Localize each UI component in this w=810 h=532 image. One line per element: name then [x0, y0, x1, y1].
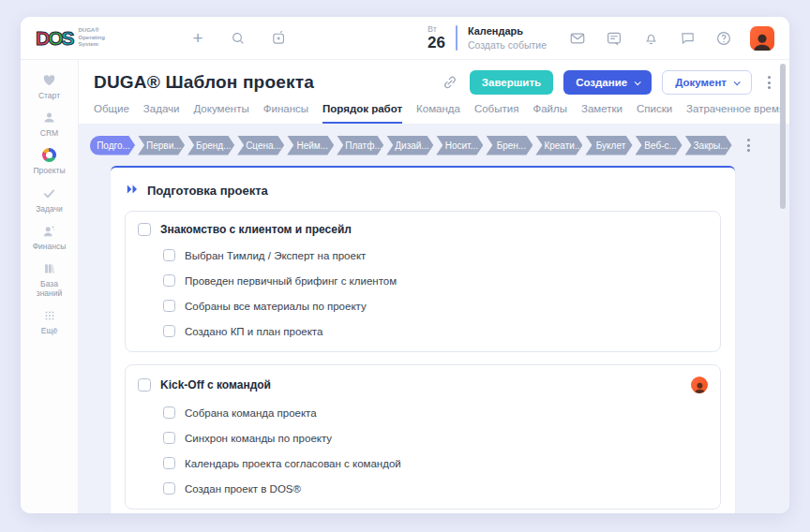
- search-icon[interactable]: [230, 30, 247, 47]
- header-kebab-menu[interactable]: [762, 72, 776, 93]
- sidebar-item-start[interactable]: Старт: [21, 72, 78, 100]
- item-checkbox[interactable]: [163, 249, 175, 261]
- app-window: DOS DUGA® Operating System + Вт 26 Кален…: [21, 17, 789, 513]
- tab-bar: Общие Задачи Документы Финансы Порядок р…: [94, 103, 776, 124]
- stage-chip[interactable]: Нейм...: [287, 136, 334, 155]
- stage-chip[interactable]: Бренд...: [188, 136, 234, 155]
- item-checkbox[interactable]: [163, 457, 175, 469]
- stage-chip[interactable]: Брен...: [486, 136, 532, 155]
- item-checkbox[interactable]: [163, 482, 175, 495]
- topbar: DOS DUGA® Operating System + Вт 26 Кален…: [21, 17, 789, 60]
- stage-chip[interactable]: Веб-с...: [636, 136, 682, 155]
- header-actions: Завершить Создание Документ: [441, 70, 776, 95]
- bell-icon[interactable]: [642, 30, 659, 47]
- notes-icon[interactable]: [606, 30, 622, 47]
- stage-bar: Подго... Перви... Бренд... Сцена... Нейм…: [90, 135, 789, 155]
- checklist-item: Синхрон команды по проекту: [163, 432, 708, 444]
- stage-kebab-menu[interactable]: [742, 135, 756, 155]
- workflow-content: Подго... Перви... Бренд... Сцена... Нейм…: [79, 124, 789, 513]
- colorful-donut-icon: [42, 147, 56, 163]
- dots-grid-icon: [43, 307, 56, 323]
- calendar-divider: [456, 25, 458, 51]
- calendar-create-event: Создать событие: [468, 40, 547, 51]
- page-title: DUGA® Шаблон проекта: [94, 72, 441, 93]
- tab-files[interactable]: Файлы: [532, 103, 567, 124]
- checklist-item: Собрана команда проекта: [163, 406, 708, 419]
- stage-title: Подготовка проекта: [147, 184, 268, 198]
- stage-chip[interactable]: Буклет: [585, 136, 632, 155]
- app-body: Старт CRM Проекты Задачи: [21, 60, 789, 513]
- tab-finance[interactable]: Финансы: [263, 103, 308, 124]
- plus-icon[interactable]: +: [189, 30, 206, 47]
- tab-tasks[interactable]: Задачи: [143, 103, 180, 124]
- item-checkbox[interactable]: [163, 406, 175, 419]
- date-widget[interactable]: Вт 26: [428, 25, 445, 51]
- app-logo[interactable]: DOS DUGA® Operating System: [36, 27, 144, 49]
- tab-general[interactable]: Общие: [94, 103, 129, 124]
- person-chart-icon: [42, 223, 56, 239]
- finish-button[interactable]: Завершить: [470, 70, 553, 95]
- create-button[interactable]: Создание: [563, 70, 652, 95]
- chat-icon[interactable]: [679, 30, 696, 47]
- sidebar-item-knowledge-base[interactable]: База знаний: [21, 260, 78, 298]
- brand-text: DUGA® Operating System: [79, 27, 105, 49]
- stage-chip[interactable]: Перви...: [138, 136, 185, 155]
- checklist-card: Знакомство с клиентом и пресейл Выбран Т…: [125, 211, 721, 352]
- page-header: DUGA® Шаблон проекта Завершить Создание …: [79, 60, 789, 124]
- logo-letters: DOS: [36, 28, 73, 48]
- calendar-title: Календарь: [468, 26, 547, 37]
- topbar-right-icons: [569, 30, 732, 47]
- assignee-avatar[interactable]: [691, 377, 708, 393]
- stage-chip[interactable]: Носит...: [436, 136, 483, 155]
- main-area: DUGA® Шаблон проекта Завершить Создание …: [79, 60, 789, 513]
- document-button[interactable]: Документ: [662, 70, 752, 95]
- section-checkbox[interactable]: [138, 223, 151, 236]
- sidebar-item-more[interactable]: Ещё: [21, 307, 78, 335]
- stage-chip[interactable]: Платф...: [337, 136, 383, 155]
- tab-lists[interactable]: Списки: [637, 103, 672, 124]
- chevron-down-icon: [635, 79, 641, 85]
- tab-team[interactable]: Команда: [416, 103, 460, 124]
- item-checkbox[interactable]: [163, 274, 175, 287]
- sidebar-item-finance[interactable]: Финансы: [21, 223, 78, 251]
- tab-time-spent[interactable]: Затраченное время: [686, 103, 785, 124]
- item-checkbox[interactable]: [163, 432, 175, 444]
- item-checkbox[interactable]: [163, 325, 175, 337]
- stage-panel: Подготовка проекта Знакомство с клиентом…: [111, 166, 735, 513]
- checklist-item: Создано КП и план проекта: [163, 325, 708, 337]
- calendar-widget[interactable]: Календарь Создать событие: [468, 26, 547, 51]
- stage-chip[interactable]: Креати...: [535, 136, 582, 155]
- tab-workflow[interactable]: Порядок работ: [322, 103, 402, 124]
- chevron-down-icon: [734, 79, 741, 85]
- section-checkbox[interactable]: [138, 378, 151, 392]
- checklist-item: Календарь проекта согласован с командой: [163, 457, 708, 469]
- link-icon[interactable]: [441, 73, 459, 92]
- books-icon: [42, 260, 56, 276]
- checklist-item: Выбран Тимлид / Эксперт на проект: [163, 249, 708, 261]
- stage-chip[interactable]: Подго...: [90, 136, 135, 155]
- checklist-card: Kick-Off с командой Собрана команда прое…: [125, 364, 721, 510]
- item-checkbox[interactable]: [163, 300, 175, 312]
- ai-assistant-icon[interactable]: [270, 30, 287, 47]
- checklist-item: Создан проект в DOS®: [163, 482, 708, 495]
- user-avatar[interactable]: [750, 26, 774, 51]
- stage-chip[interactable]: Дизай...: [386, 136, 433, 155]
- double-chevron-icon: [127, 182, 139, 199]
- help-icon[interactable]: [715, 30, 732, 47]
- sidebar-item-projects[interactable]: Проекты: [21, 147, 78, 175]
- person-icon: [42, 110, 56, 126]
- sidebar: Старт CRM Проекты Задачи: [21, 60, 79, 513]
- checklist-item: Проведен первичный брифинг с клиентом: [163, 274, 708, 287]
- mail-icon[interactable]: [569, 30, 586, 47]
- topbar-quick-actions: +: [189, 30, 287, 47]
- date-weekday: Вт: [428, 25, 445, 34]
- sidebar-item-tasks[interactable]: Задачи: [21, 185, 78, 214]
- stage-chip[interactable]: Закры...: [685, 136, 732, 155]
- tab-notes[interactable]: Заметки: [581, 103, 622, 124]
- tab-events[interactable]: События: [474, 103, 518, 124]
- window-scrollbar[interactable]: [780, 64, 786, 209]
- tab-documents[interactable]: Документы: [193, 103, 248, 124]
- sidebar-item-crm[interactable]: CRM: [21, 110, 78, 138]
- date-day: 26: [428, 35, 445, 51]
- stage-chip[interactable]: Сцена...: [237, 136, 284, 155]
